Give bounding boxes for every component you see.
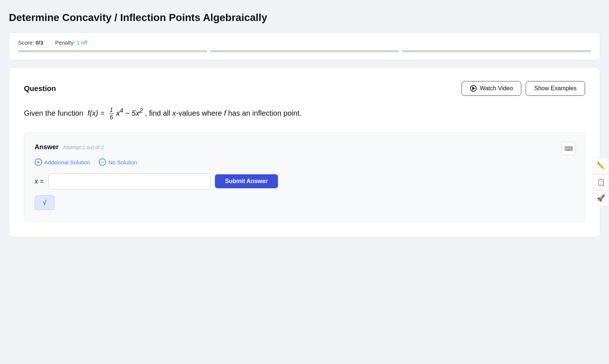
sqrt-button[interactable]: √ xyxy=(35,195,55,210)
score-label: Score: xyxy=(18,39,34,46)
page-title: Determine Concavity / Inflection Points … xyxy=(9,12,600,24)
question-text-suffix: , find all x-values where f has an infle… xyxy=(145,109,302,117)
play-triangle-icon xyxy=(472,87,475,90)
question-text: Given the function f(x) = 1 6 x4 − 5x2 ,… xyxy=(24,106,585,121)
play-icon xyxy=(470,85,477,92)
header-buttons: Watch Video Show Examples xyxy=(462,81,585,96)
math-tools-row: √ xyxy=(35,195,574,210)
watch-video-label: Watch Video xyxy=(480,85,513,92)
clipboard-icon-button[interactable]: 📋 xyxy=(593,174,609,190)
penalty-label: Penalty: xyxy=(55,39,75,46)
right-sidebar: ✏️ 📋 🚀 xyxy=(593,158,609,206)
solution-options: + Additional Solution − No Solution xyxy=(35,158,574,166)
attempt-text: Attempt 1 out of 2 xyxy=(63,144,104,150)
fraction-1-6: 1 6 xyxy=(109,106,114,121)
show-examples-label: Show Examples xyxy=(534,85,577,92)
show-examples-button[interactable]: Show Examples xyxy=(526,81,585,96)
plus-circle-icon: + xyxy=(35,158,42,166)
submit-label: Submit Answer xyxy=(225,178,268,184)
rocket-icon: 🚀 xyxy=(597,194,605,202)
no-solution-label: No Solution xyxy=(108,159,137,165)
question-card: Question Watch Video Show Examples Given… xyxy=(9,67,600,237)
pencil-edit-icon: ✏️ xyxy=(597,162,605,170)
additional-solution-button[interactable]: + Additional Solution xyxy=(35,158,90,166)
penalty-value: 1 off xyxy=(77,39,87,46)
progress-segment-2 xyxy=(210,50,399,52)
minus-circle-icon: − xyxy=(99,158,106,166)
score-display: Score: 0/3 xyxy=(18,39,43,46)
submit-answer-button[interactable]: Submit Answer xyxy=(215,174,278,188)
progress-segment-1 xyxy=(18,50,207,52)
answer-label: Answer xyxy=(35,143,59,151)
keyboard-icon: ⌨ xyxy=(564,145,573,152)
score-card: Score: 0/3 Penalty: 1 off xyxy=(9,32,600,60)
no-solution-button[interactable]: − No Solution xyxy=(99,158,137,166)
function-expression: f(x) = 1 6 x4 − 5x2 xyxy=(87,109,145,117)
answer-header: Answer Attempt 1 out of 2 xyxy=(35,143,574,151)
answer-row: x = Submit Answer xyxy=(35,173,574,189)
keyboard-button[interactable]: ⌨ xyxy=(561,142,576,155)
progress-segment-3 xyxy=(402,50,591,52)
answer-input[interactable] xyxy=(48,173,210,189)
question-label: Question xyxy=(24,84,56,93)
answer-section: Answer Attempt 1 out of 2 ⌨ + Additional… xyxy=(24,133,585,222)
penalty-display: Penalty: 1 off xyxy=(55,39,87,46)
progress-bars xyxy=(18,50,591,52)
rocket-icon-button[interactable]: 🚀 xyxy=(593,190,609,206)
clipboard-icon: 📋 xyxy=(597,178,605,186)
question-header: Question Watch Video Show Examples xyxy=(24,81,585,96)
equation-label: x = xyxy=(35,178,44,185)
edit-icon-button[interactable]: ✏️ xyxy=(593,158,609,174)
score-value: 0/3 xyxy=(36,39,44,46)
additional-solution-label: Additional Solution xyxy=(44,159,90,165)
score-row: Score: 0/3 Penalty: 1 off xyxy=(18,39,591,46)
question-text-prefix: Given the function xyxy=(24,109,86,117)
watch-video-button[interactable]: Watch Video xyxy=(462,81,521,96)
sqrt-symbol: √ xyxy=(43,199,46,207)
